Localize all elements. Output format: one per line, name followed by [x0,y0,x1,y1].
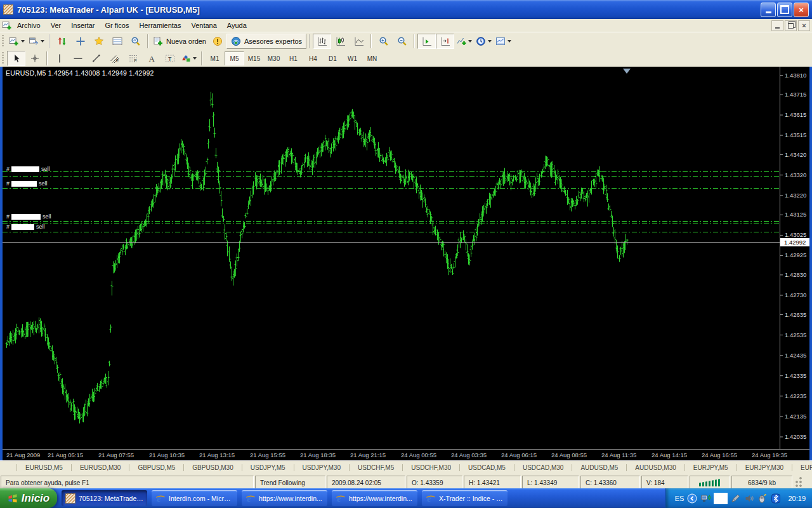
expert-advisors-button[interactable]: Asesores expertos [226,34,306,49]
chart-tab-gbpusd-m30[interactable]: GBPUSD,M30 [184,464,242,471]
menu-archivo[interactable]: Archivo [12,20,46,30]
bluetooth-icon[interactable] [771,493,781,504]
terminal-button[interactable] [108,34,126,49]
timeframe-m1-button[interactable]: M1 [205,51,225,65]
strategy-tester-button[interactable] [126,34,145,49]
chart-tab-usdjpy-m5[interactable]: USDJPY,M5 [242,464,294,471]
bar-chart-icon [317,36,327,46]
chart-tab-usdchf-m30[interactable]: USDCHF,M30 [403,464,460,471]
indicators-button[interactable] [454,34,474,49]
timeframe-m30-button[interactable]: M30 [264,51,284,65]
menu-ventana[interactable]: Ventana [186,20,221,30]
language-indicator[interactable]: ES [675,495,684,502]
market-watch-button[interactable] [53,34,71,49]
order-label[interactable]: #sell [6,213,51,220]
chart-tab-audusd-m30[interactable]: AUDUSD,M30 [627,464,684,471]
menu-herramientas[interactable]: Herramientas [134,20,186,30]
hide-icons-chevron-icon[interactable] [687,493,697,504]
taskbar-task[interactable]: 705123: MetaTrader ... [62,490,147,506]
zoom-in-button[interactable] [374,34,393,49]
new-chart-button[interactable] [7,34,27,49]
volume-icon[interactable] [744,493,754,504]
fibonacci-button[interactable]: F [124,51,142,66]
task-label: Interdin.com - Micros... [169,495,233,502]
templates-button[interactable] [494,34,513,49]
timeframe-d1-button[interactable]: D1 [323,51,343,65]
menu-ayuda[interactable]: Ayuda [222,20,252,30]
vertical-line-button[interactable] [50,51,69,66]
profiles-button[interactable] [27,34,46,49]
svg-text:T: T [168,56,172,62]
timeframe-w1-button[interactable]: W1 [343,51,362,65]
timeframe-m15-button[interactable]: M15 [244,51,264,65]
horizontal-line-icon [73,53,83,64]
menu-ver[interactable]: Ver [46,20,67,30]
periods-button[interactable] [474,34,494,49]
minimize-button[interactable] [761,3,776,17]
crosshair-button[interactable] [25,51,44,66]
taskbar-task[interactable]: ehttps://www.interdin... [332,490,417,506]
chart-tab-usdchf-m5[interactable]: USDCHF,M5 [350,464,403,471]
timeframe-m5-button[interactable]: M5 [225,51,244,65]
auto-scroll-button[interactable] [417,34,436,49]
horizontal-line-button[interactable] [69,51,87,66]
taskbar-task[interactable]: eInterdin.com - Micros... [152,490,237,506]
navigator-button[interactable] [89,34,108,49]
maximize-button[interactable] [777,3,792,17]
new-order-button[interactable]: Nueva orden [151,34,208,49]
text-label-button[interactable]: T [160,51,179,66]
network-icon[interactable] [700,493,710,504]
menu-insertar[interactable]: Insertar [66,20,100,30]
taskbar-task[interactable]: ehttps://www.interdin... [242,490,327,506]
chart-tab-eurjpy-m5[interactable]: EURJPY,M5 [685,464,737,471]
arrows-button[interactable] [179,51,199,66]
chart-tab-eurjpy-m30[interactable]: EURJPY,M30 [737,464,792,471]
child-close-button[interactable]: × [798,20,810,31]
child-minimize-button[interactable] [771,20,783,31]
bar-chart-button[interactable] [313,34,331,49]
chart-shift-button[interactable] [436,34,454,49]
new-order-button-label: Nueva orden [166,37,206,45]
price-axis-label: 1.42235 [785,392,806,399]
equidistant-channel-button[interactable]: E [105,51,124,66]
chart-tab-eurusd-m30[interactable]: EURUSD,M30 [72,464,129,471]
close-button[interactable]: × [794,3,809,17]
chart-tab-usdcad-m5[interactable]: USDCAD,M5 [460,464,514,471]
start-button[interactable]: Inicio [0,488,57,508]
order-label[interactable]: #sell [6,224,45,230]
task-label: https://www.interdin... [349,495,412,502]
chart-tab-audusd-m5[interactable]: AUDUSD,M5 [572,464,627,471]
chart-tab-usdjpy-m30[interactable]: USDJPY,M30 [294,464,350,471]
cursor-button[interactable] [7,51,25,66]
candlestick-chart-button[interactable] [331,34,350,49]
data-window-button[interactable] [71,34,89,49]
taskbar-task[interactable]: eX-Trader :: Indice - M... [422,490,508,506]
order-label[interactable]: #sell [6,166,50,172]
chart-tab-gbpusd-m5[interactable]: GBPUSD,M5 [129,464,184,471]
menu-grficos[interactable]: Gr ficos [100,20,134,30]
price-chart[interactable]: 1.438101.437151.436151.435151.434201.433… [3,67,809,463]
chart-tab-eurusd-m5[interactable]: EURUSD,M5 [792,464,812,471]
resize-grip[interactable] [794,476,812,490]
chart-area[interactable]: 1.438101.437151.436151.435151.434201.433… [0,67,812,460]
text-button[interactable]: A [142,51,160,66]
trendline-button[interactable] [87,51,105,66]
line-chart-button[interactable] [350,34,368,49]
zoom-out-icon [397,36,407,46]
stylus-icon[interactable] [731,493,741,504]
price-axis-label: 1.42335 [785,372,806,379]
chart-tab-usdcad-m30[interactable]: USDCAD,M30 [514,464,572,471]
chart-tab-eurusd-m5[interactable]: EURUSD,M5 [16,464,72,471]
dropdown-arrow-icon [488,40,492,43]
task-label: X-Trader :: Indice - M... [439,495,504,502]
timeframe-h4-button[interactable]: H4 [303,51,323,65]
price-axis-label: 1.42730 [785,291,806,298]
navigator-icon [94,36,104,46]
timeframe-mn-button[interactable]: MN [362,51,382,65]
child-restore-button[interactable] [785,20,797,31]
mouse-icon[interactable] [757,493,768,504]
metaquotes-alert-button[interactable] [208,34,226,49]
timeframe-h1-button[interactable]: H1 [284,51,303,65]
order-label[interactable]: #sell [6,180,48,187]
zoom-out-button[interactable] [393,34,411,49]
